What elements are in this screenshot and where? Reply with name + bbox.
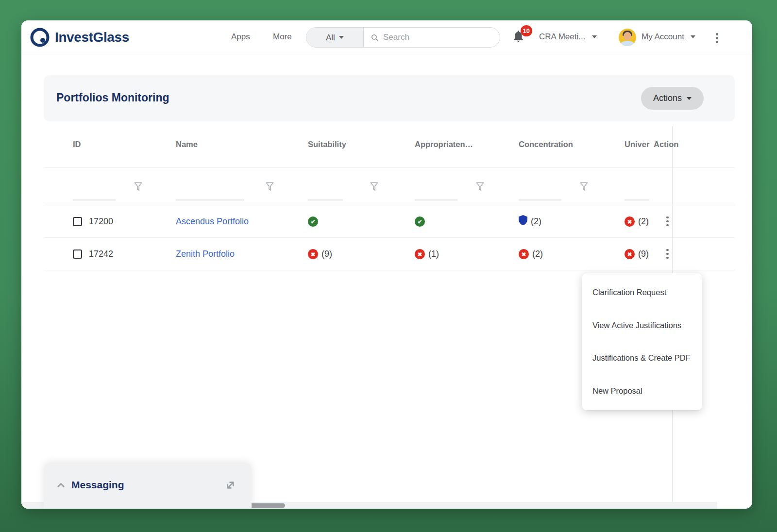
brand-logo[interactable]: InvestGlass <box>29 27 129 48</box>
menu-item-view-active-justifications[interactable]: View Active Justifications <box>582 309 702 342</box>
workspace-label: CRA Meeti... <box>539 32 585 42</box>
status-count: (2) <box>532 249 543 259</box>
status-count: (2) <box>638 216 649 227</box>
status-icon: ✖ <box>308 249 318 260</box>
filter-cell-suitability <box>308 168 415 205</box>
portfolio-id: 17200 <box>89 216 113 227</box>
status-icon: ✖ <box>415 249 425 260</box>
status-icon <box>519 215 527 228</box>
table-filter-row <box>44 168 735 205</box>
column-header-name[interactable]: Name <box>176 140 308 149</box>
chevron-down-icon <box>592 35 597 38</box>
table-header-row: ID Name Suitability Appropriaten… Concen… <box>44 121 735 168</box>
status-count: (2) <box>531 216 541 227</box>
status-icon: ✖ <box>625 216 635 227</box>
brand-name: InvestGlass <box>55 30 129 45</box>
concentration-status: ✖ (2) <box>519 249 625 260</box>
row-actions-menu-button[interactable] <box>664 247 671 261</box>
suitability-filter-input[interactable] <box>308 189 343 200</box>
messaging-header: Messaging <box>44 464 252 501</box>
notifications-button[interactable]: 10 <box>512 30 526 45</box>
appropriateness-status: ✖ (1) <box>415 249 519 260</box>
status-icon: ✖ <box>519 249 529 260</box>
table-row: 17200 Ascendus Portfolio ✔ ✔ (2) ✖ (2) <box>44 205 735 238</box>
row-checkbox[interactable] <box>73 217 82 226</box>
column-header-concentration[interactable]: Concentration <box>519 140 625 149</box>
column-header-id[interactable]: ID <box>73 140 176 149</box>
portfolio-id: 17242 <box>89 249 113 259</box>
table-row: 17242 Zenith Portfolio ✖ (9) ✖ (1) ✖ (2)… <box>44 238 735 270</box>
app-window: InvestGlass Apps More All 10 CRA Meeti..… <box>21 20 752 509</box>
search-scope-select[interactable]: All <box>306 28 364 47</box>
filter-icon[interactable] <box>580 182 588 191</box>
filter-cell-action <box>650 168 735 205</box>
page-title: Portfolios Monitoring <box>56 91 169 104</box>
status-icon: ✖ <box>625 249 635 260</box>
name-cell: Ascendus Portfolio <box>176 216 308 227</box>
suitability-status: ✖ (9) <box>308 249 415 260</box>
concentration-filter-input[interactable] <box>519 189 561 200</box>
menu-item-clarification-request[interactable]: Clarification Request <box>582 276 702 309</box>
appropriateness-filter-input[interactable] <box>415 189 457 200</box>
status-icon: ✔ <box>308 216 318 227</box>
filter-cell-name <box>176 168 308 205</box>
status-count: (9) <box>321 249 332 259</box>
column-header-suitability[interactable]: Suitability <box>308 140 415 149</box>
universe-status: ✖ (9) <box>625 249 650 260</box>
filter-icon[interactable] <box>134 182 142 191</box>
global-search: All <box>306 27 500 48</box>
filter-icon[interactable] <box>266 182 274 191</box>
appropriateness-status: ✔ <box>415 216 519 227</box>
workspace-selector[interactable]: CRA Meeti... <box>539 32 597 42</box>
action-cell <box>650 215 735 229</box>
user-avatar[interactable] <box>619 29 636 46</box>
row-actions-context-menu: Clarification Request View Active Justif… <box>582 273 702 410</box>
actions-button[interactable]: Actions <box>641 87 704 110</box>
top-navbar: InvestGlass Apps More All 10 CRA Meeti..… <box>21 20 752 54</box>
chevron-down-icon <box>339 36 344 39</box>
nav-more[interactable]: More <box>273 32 292 42</box>
portfolio-link[interactable]: Zenith Portfolio <box>176 249 235 259</box>
status-icon: ✔ <box>415 216 425 227</box>
column-header-appropriateness[interactable]: Appropriaten… <box>415 140 519 149</box>
name-cell: Zenith Portfolio <box>176 249 308 259</box>
status-count: (1) <box>428 249 439 259</box>
page-header-panel: Portfolios Monitoring Actions <box>44 75 735 121</box>
id-cell: 17242 <box>73 249 176 259</box>
my-account-label: My Account <box>642 32 684 42</box>
search-icon <box>371 33 379 42</box>
row-actions-menu-button[interactable] <box>664 215 671 229</box>
filter-icon[interactable] <box>370 182 378 191</box>
status-count: (9) <box>638 249 649 259</box>
filter-icon[interactable] <box>476 182 484 191</box>
search-scope-label: All <box>326 33 335 42</box>
filter-cell-universe <box>625 168 650 205</box>
universe-filter-input[interactable] <box>625 189 649 200</box>
expand-icon[interactable] <box>223 478 238 493</box>
portfolio-link[interactable]: Ascendus Portfolio <box>176 216 249 227</box>
actions-label: Actions <box>653 93 682 103</box>
portfolios-table: ID Name Suitability Appropriaten… Concen… <box>44 121 735 270</box>
search-box <box>364 28 500 47</box>
menu-item-new-proposal[interactable]: New Proposal <box>582 375 702 408</box>
action-cell <box>650 247 735 261</box>
id-filter-input[interactable] <box>73 189 116 200</box>
id-cell: 17200 <box>73 216 176 227</box>
notification-count-badge: 10 <box>521 25 532 36</box>
chevron-down-icon <box>687 97 692 100</box>
filter-cell-appropriateness <box>415 168 519 205</box>
chevron-up-icon[interactable] <box>55 480 67 491</box>
row-checkbox[interactable] <box>73 249 82 259</box>
my-account-menu[interactable]: My Account <box>642 32 695 42</box>
menu-item-justifications-create-pdf[interactable]: Justifications & Create PDF <box>582 342 702 375</box>
investglass-logo-icon <box>29 27 51 48</box>
search-input[interactable] <box>383 33 493 42</box>
navbar-overflow-menu[interactable] <box>714 31 720 45</box>
nav-apps[interactable]: Apps <box>231 32 250 42</box>
suitability-status: ✔ <box>308 216 415 227</box>
column-header-universe[interactable]: Univer <box>625 140 650 149</box>
name-filter-input[interactable] <box>176 189 244 200</box>
messaging-panel[interactable]: Messaging <box>44 464 252 509</box>
column-header-action: Action <box>650 140 735 149</box>
chevron-down-icon <box>691 35 695 38</box>
